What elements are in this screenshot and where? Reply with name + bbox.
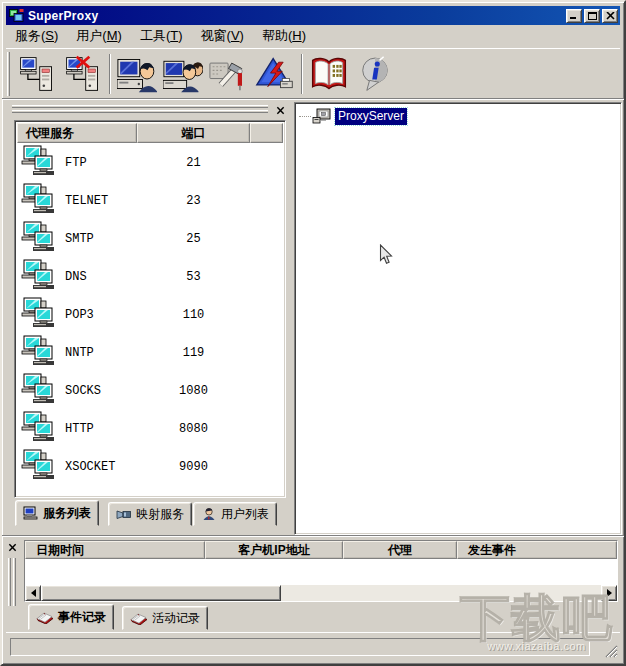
proxy-computers-icon	[21, 221, 59, 255]
tree-branch-line	[299, 116, 311, 117]
tree-node-proxyserver[interactable]: ProxyServer	[299, 107, 407, 125]
computer-icon	[23, 506, 39, 520]
proxy-computers-icon	[21, 297, 59, 331]
close-button[interactable]	[602, 9, 618, 23]
scroll-right-button[interactable]	[601, 585, 617, 601]
event-list: 日期时间 客户机IP地址 代理 发生事件	[24, 540, 618, 602]
event-list-header: 日期时间 客户机IP地址 代理 发生事件	[25, 541, 617, 559]
divider	[2, 98, 624, 100]
services-list-header: 代理服务 端口	[17, 123, 283, 143]
menu-users[interactable]: 用户(M)	[67, 25, 131, 47]
proxy-computers-icon	[21, 373, 59, 407]
scrollbar-track[interactable]	[281, 585, 601, 601]
scrollbar-thumb[interactable]	[41, 585, 281, 601]
event-list-body	[25, 559, 617, 585]
users-computer-icon	[163, 55, 203, 93]
red-book-icon	[36, 610, 54, 624]
status-panel	[10, 638, 590, 656]
proxy-computers-icon	[21, 411, 59, 445]
tab-event-log[interactable]: 事件记录	[28, 604, 114, 630]
proxy-computers-icon	[21, 259, 59, 293]
menu-help[interactable]: 帮助(H)	[253, 25, 315, 47]
toolbar	[6, 48, 620, 98]
service-row-telnet[interactable]: TELNET 23	[17, 181, 283, 219]
service-row-ftp[interactable]: FTP 21	[17, 143, 283, 181]
toolbar-separator	[301, 54, 303, 94]
server-icon	[312, 108, 332, 124]
toolbar-separator	[109, 54, 111, 94]
tab-activity-log[interactable]: 活动记录	[122, 606, 208, 630]
service-row-nntp[interactable]: NNTP 119	[17, 333, 283, 371]
app-icon	[9, 8, 25, 24]
right-arrow-icon	[607, 589, 616, 597]
user-manager-button[interactable]	[114, 51, 160, 97]
user-monitor-button[interactable]	[160, 51, 206, 97]
person-icon	[201, 507, 217, 521]
left-arrow-icon	[27, 589, 36, 597]
service-row-pop3[interactable]: POP3 110	[17, 295, 283, 333]
tree-panel: ProxyServer	[294, 102, 622, 535]
tree-node-label: ProxyServer	[335, 108, 407, 125]
services-panel-close-button[interactable]	[274, 104, 286, 116]
minimize-icon	[570, 12, 578, 19]
user-computer-icon	[117, 55, 157, 93]
proxy-computers-icon	[21, 183, 59, 217]
menu-tools[interactable]: 工具(T)	[131, 25, 192, 47]
statistics-button[interactable]	[252, 51, 298, 97]
menu-services[interactable]: 服务(S)	[6, 25, 67, 47]
close-icon	[8, 543, 17, 552]
service-stop-icon	[63, 55, 103, 93]
divider	[2, 535, 624, 537]
proxy-computers-icon	[21, 145, 59, 179]
maximize-button[interactable]	[584, 9, 600, 23]
services-list: 代理服务 端口 FTP 21 TELNET 23 SMTP 25 D	[14, 120, 286, 498]
service-row-http[interactable]: HTTP 8080	[17, 409, 283, 447]
horizontal-scrollbar	[25, 585, 617, 601]
help-contents-button[interactable]	[306, 51, 352, 97]
about-button[interactable]	[352, 51, 398, 97]
service-row-dns[interactable]: DNS 53	[17, 257, 283, 295]
tab-service-list[interactable]: 服务列表	[15, 500, 99, 526]
column-header-datetime[interactable]: 日期时间	[25, 541, 205, 559]
close-icon	[276, 106, 285, 115]
statistics-icon	[255, 55, 295, 93]
menu-bar: 服务(S) 用户(M) 工具(T) 视窗(V) 帮助(H)	[6, 26, 620, 46]
menu-window[interactable]: 视窗(V)	[192, 25, 253, 47]
proxy-computers-icon	[21, 335, 59, 369]
service-stop-button[interactable]	[60, 51, 106, 97]
column-header-port[interactable]: 端口	[137, 123, 250, 143]
column-header-proxy[interactable]: 代理	[343, 541, 457, 559]
service-start-icon	[17, 55, 57, 93]
event-panel-gripper[interactable]	[8, 558, 18, 610]
panel-gripper[interactable]	[12, 105, 268, 115]
help-book-icon	[309, 55, 349, 93]
service-row-socks[interactable]: SOCKS 1080	[17, 371, 283, 409]
proxy-computers-icon	[21, 449, 59, 483]
red-book-icon	[130, 611, 148, 625]
window-title: SuperProxy	[28, 9, 564, 23]
maximize-icon	[588, 12, 597, 20]
resize-grip[interactable]	[603, 643, 618, 658]
event-panel-close-button[interactable]	[6, 541, 18, 553]
toolbar-gripper[interactable]	[7, 52, 10, 96]
service-start-button[interactable]	[14, 51, 60, 97]
service-row-smtp[interactable]: SMTP 25	[17, 219, 283, 257]
minimize-button[interactable]	[566, 9, 582, 23]
service-row-xsocket[interactable]: XSOCKET 9090	[17, 447, 283, 485]
close-icon	[606, 12, 615, 20]
column-header-client-ip[interactable]: 客户机IP地址	[205, 541, 343, 559]
column-header-filler	[250, 123, 283, 143]
title-bar[interactable]: SuperProxy	[6, 6, 620, 25]
options-button[interactable]	[206, 51, 252, 97]
flashlight-icon	[116, 507, 132, 521]
tab-mapped-services[interactable]: 映射服务	[108, 502, 192, 526]
tab-user-list[interactable]: 用户列表	[193, 502, 277, 526]
column-header-event[interactable]: 发生事件	[457, 541, 617, 559]
scroll-left-button[interactable]	[25, 585, 41, 601]
about-icon	[355, 55, 395, 93]
app-window: SuperProxy 服务(S) 用户(M) 工具(T) 视窗(V) 帮助(H)	[0, 0, 626, 666]
status-bar	[6, 632, 620, 660]
toolbox-icon	[209, 55, 249, 93]
column-header-service[interactable]: 代理服务	[17, 123, 137, 143]
